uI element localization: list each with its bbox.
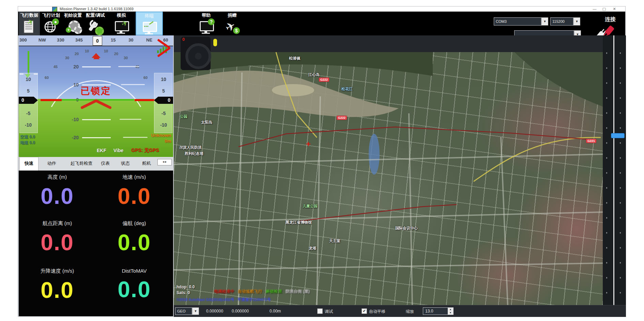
quick-groundspeed[interactable]: 地速 (m/s) 0.0 bbox=[96, 174, 173, 212]
alt-readout: 0m bbox=[165, 139, 171, 144]
tab-actions[interactable]: 动作 bbox=[44, 158, 60, 171]
debug-label: 调试 bbox=[325, 309, 333, 315]
map-panel: 松浦镇江心岛松花江公园太阳岛尔滨人民防洪胜利纪念塔儿童公园黑龙江省博物馆国际会议… bbox=[174, 35, 603, 305]
window-title: Mission Planner 1.3.42 build 1.1.6198.11… bbox=[60, 7, 134, 11]
horizon-left-bar bbox=[41, 99, 62, 101]
nav-flight-data[interactable]: 飞行数据 ✈ bbox=[19, 12, 40, 35]
donate-icon: ✈ $ bbox=[224, 19, 240, 35]
link-status-text: Unknown bbox=[151, 133, 171, 138]
minimize-button[interactable]: — bbox=[591, 6, 599, 11]
quick-vertical-speed[interactable]: 升降速度 (m/s) 0.0 bbox=[19, 268, 96, 306]
flightdata-tabs: 快速 动作 起飞前检查 仪表 状态 舵机 ◂ ▸ bbox=[19, 157, 173, 171]
nav-initial-setup[interactable]: 初始设置 + bbox=[62, 12, 83, 35]
nav-donate[interactable]: 捐赠 ✈ $ bbox=[221, 12, 243, 35]
map-attribution: ©2018 AutoNavi GS(2018)1432号 - 甲测资字11004… bbox=[177, 297, 271, 302]
cursor-lat: 0.000000 bbox=[206, 309, 223, 314]
simulation-icon: ✈ bbox=[113, 19, 129, 35]
maximize-button[interactable]: ▢ bbox=[600, 6, 608, 11]
zoom-spinner-arrows[interactable]: ▲▼ bbox=[448, 308, 453, 315]
ekf-indicator[interactable]: EKF bbox=[97, 148, 106, 153]
map-status-row: 电调校准中自动巡航飞行解锁检查防洪台街 (里) bbox=[214, 289, 310, 294]
tab-preflight[interactable]: 起飞前检查 bbox=[67, 158, 96, 171]
tab-servo[interactable]: 舵机 bbox=[139, 158, 154, 171]
flight-plan-icon: ● bbox=[43, 19, 59, 35]
quick-wp-distance[interactable]: 航点距离 (m) 0.0 bbox=[19, 220, 96, 258]
quick-panel: 高度 (m) 0.0 地速 (m/s) 0.0 航点距离 (m) 0.0 偏航 … bbox=[19, 171, 173, 316]
map[interactable] bbox=[174, 52, 603, 305]
nav-config-tuning[interactable]: 配置/调试 bbox=[84, 12, 107, 35]
quick-yaw[interactable]: 偏航 (deg) 0.0 bbox=[96, 220, 173, 258]
slider-ticks-left bbox=[606, 39, 607, 302]
gps-status-text: GPS: 无GPS bbox=[131, 147, 159, 154]
tab-scroll-buttons[interactable]: ◂ ▸ bbox=[157, 159, 172, 165]
tab-quick[interactable]: 快速 bbox=[19, 157, 39, 171]
coord-format-select[interactable]: GEO bbox=[175, 307, 192, 315]
help-icon: ? bbox=[198, 19, 214, 35]
hdop-readout: hdop: 0.0 bbox=[177, 285, 195, 289]
initial-setup-icon: + bbox=[65, 19, 81, 35]
cursor-lng: 0.000000 bbox=[232, 309, 249, 314]
quick-alt[interactable]: 高度 (m) 0.0 bbox=[19, 174, 96, 212]
heading-value-box: 0 bbox=[93, 36, 102, 46]
baud-arrow-icon[interactable]: ▼ bbox=[573, 17, 580, 26]
left-panel: 60453020101020304560 300NW3303451530NE60… bbox=[18, 35, 174, 317]
nav-flight-plan[interactable]: 飞行计划 ● bbox=[41, 12, 62, 35]
throttle-bar bbox=[28, 51, 29, 76]
mission-planner-window: Mission Planner 1.3.42 build 1.1.6198.11… bbox=[18, 6, 626, 317]
slider-track[interactable] bbox=[613, 35, 614, 305]
aircraft-chevron-icon bbox=[81, 99, 111, 109]
flight-data-icon: ✈ bbox=[21, 19, 37, 35]
hud-mini-gauge bbox=[181, 37, 211, 70]
app-icon bbox=[52, 7, 57, 12]
terminal-icon: ••• bbox=[141, 20, 157, 35]
map-zoom-slider[interactable] bbox=[603, 35, 626, 305]
yellow-marker-icon bbox=[213, 39, 217, 46]
tab-gauges[interactable]: 仪表 bbox=[98, 158, 113, 171]
zoom-value-input[interactable]: 13.0 ▲▼ bbox=[423, 307, 454, 315]
hud[interactable]: 60453020101020304560 300NW3303451530NE60… bbox=[19, 35, 173, 157]
nav-help[interactable]: 帮助 ? bbox=[195, 12, 217, 35]
titlebar: Mission Planner 1.3.42 build 1.1.6198.11… bbox=[18, 6, 625, 12]
map-counter-red: 0 bbox=[182, 37, 185, 42]
sats-readout: Sats: 0 bbox=[177, 290, 190, 295]
nav-terminal[interactable]: 终端 ••• bbox=[136, 12, 163, 35]
close-button[interactable]: ✕ bbox=[610, 6, 618, 11]
baud-select[interactable]: 115200 bbox=[550, 17, 573, 26]
nav-simulation[interactable]: 模拟 ✈ bbox=[110, 12, 133, 35]
slider-handle[interactable] bbox=[611, 133, 625, 138]
groundspeed-readout: 地速 0.0 bbox=[20, 140, 35, 146]
connect-label[interactable]: 连接 bbox=[605, 16, 616, 23]
armed-status-text: 已锁定 bbox=[19, 85, 173, 97]
autopan-checkbox[interactable]: ✔ bbox=[362, 308, 367, 314]
zoom-label: 缩放 bbox=[406, 309, 414, 315]
map-bottom-bar: GEO ▼ 0.000000 0.000000 0.00m 调试 ✔ 自动平移 … bbox=[174, 305, 626, 317]
com-port-select[interactable]: COM3 bbox=[494, 17, 541, 26]
coord-format-arrow-icon[interactable]: ▼ bbox=[192, 307, 199, 315]
com-port-arrow-icon[interactable]: ▼ bbox=[541, 17, 548, 26]
autopan-label: 自动平移 bbox=[369, 309, 385, 315]
cursor-alt: 0.00m bbox=[270, 309, 281, 314]
no-telemetry-icon bbox=[154, 42, 172, 57]
slider-ticks-right bbox=[620, 39, 621, 302]
main-toolbar: 飞行数据 ✈ 飞行计划 ● 初始设置 + 配置/调试 bbox=[18, 12, 625, 35]
map-top-strip bbox=[174, 35, 603, 52]
roll-pointer-icon bbox=[93, 54, 99, 59]
airspeed-readout: 空速 0.0 bbox=[20, 134, 35, 140]
debug-checkbox[interactable] bbox=[317, 308, 323, 314]
map-features bbox=[174, 52, 603, 305]
quick-dist-to-mav[interactable]: DistToMAV 0.0 bbox=[96, 268, 173, 305]
vibe-indicator[interactable]: Vibe bbox=[113, 148, 123, 153]
tab-status[interactable]: 状态 bbox=[118, 158, 133, 171]
config-tuning-icon bbox=[88, 19, 103, 35]
